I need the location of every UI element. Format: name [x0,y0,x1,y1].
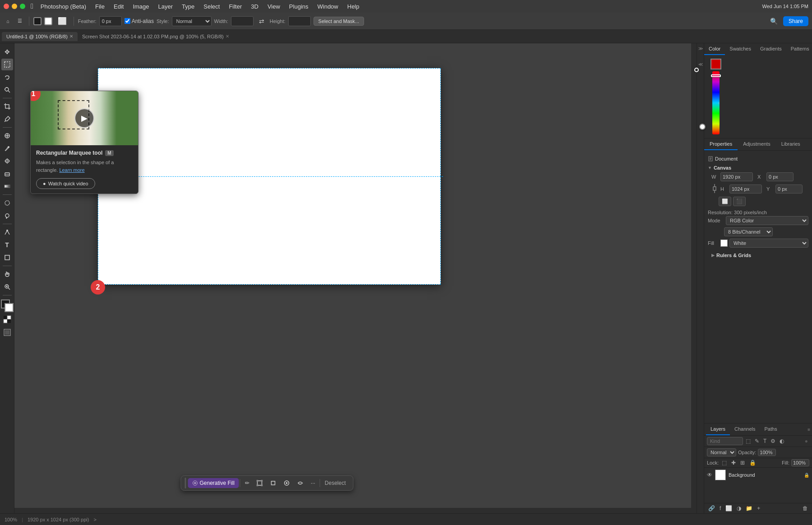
pen-tool[interactable] [1,226,13,238]
mask-mode-btn[interactable]: ⬜ [55,15,69,27]
dodge-tool[interactable] [1,210,13,221]
canvas-w-input[interactable] [720,172,753,181]
foreground-color-btn[interactable] [33,17,42,25]
tab-untitled[interactable]: Untitled-1 @ 100% (RGB/8) ✕ [2,32,78,41]
menu-select[interactable]: Select [200,2,223,11]
canvas-document[interactable] [98,68,441,285]
vertical-scrollbar[interactable] [691,43,697,508]
feather-input[interactable] [99,16,122,26]
background-swatch[interactable] [5,303,14,312]
minimize-button[interactable] [12,4,17,9]
height-input[interactable] [288,16,311,26]
tab-close-1[interactable]: ✕ [69,34,73,39]
layer-filter-btn-3[interactable]: T [762,438,768,445]
menu-plugins[interactable]: Plugins [286,2,312,11]
menu-edit[interactable]: Edit [110,2,127,11]
crop-tool[interactable] [1,101,13,112]
layer-vis-icon[interactable]: 👁 [707,472,712,478]
fill-color-swatch[interactable] [720,239,728,247]
collapse-btn-2[interactable]: ≪ [698,62,703,67]
fill-select[interactable]: White Black Background Color Transparent [729,239,808,248]
zoom-tool[interactable] [1,281,13,293]
float-more-btn[interactable]: ··· [307,478,319,488]
hue-handle[interactable] [699,124,706,130]
collapse-btn-1[interactable]: ≫ [698,46,703,51]
add-group-btn[interactable]: 📁 [744,505,754,512]
brush-tool[interactable] [1,143,13,154]
blur-tool[interactable] [1,197,13,209]
layers-kind-search[interactable] [707,437,743,445]
layer-filter-toggle[interactable]: ● [803,438,809,445]
select-mask-button[interactable]: Select and Mask... [314,17,364,26]
color-swatch-area[interactable] [1,299,14,312]
menu-filter[interactable]: Filter [225,2,245,11]
add-layer-btn[interactable]: + [756,505,761,512]
tab-close-2[interactable]: ✕ [226,34,229,39]
menu-help[interactable]: Help [344,2,363,11]
layers-menu-btn[interactable]: ≡ [807,424,810,435]
lock-all-btn[interactable]: 🔒 [748,459,757,466]
clone-tool[interactable] [1,155,13,167]
float-edit-btn[interactable]: ✏ [241,478,253,488]
menu-file[interactable]: File [92,2,108,11]
menu-window[interactable]: Window [314,2,342,11]
color-picker-dot[interactable] [694,68,699,72]
channels-tab[interactable]: Channels [730,424,760,435]
lasso-tool[interactable] [1,71,13,83]
gradient-tool[interactable] [1,180,13,192]
portrait-btn[interactable]: ⬜ [719,197,731,206]
eraser-tool[interactable] [1,168,13,180]
float-crop-btn[interactable] [267,478,280,488]
generative-fill-button[interactable]: Generative Fill [188,478,239,488]
float-filter-btn[interactable] [280,478,294,488]
layers-tab[interactable]: Layers [706,424,730,435]
drag-handle[interactable] [185,478,186,488]
mask-mode-icon[interactable] [3,315,12,325]
layer-filter-btn-1[interactable]: ⬚ [744,438,752,445]
move-tool[interactable]: ✥ [1,46,13,58]
properties-tab[interactable]: Properties [704,138,738,150]
float-transform-btn[interactable] [253,478,267,488]
menu-layer[interactable]: Layer [155,2,177,11]
tab-screenshot[interactable]: Screen Shot 2023-06-14 at 1.02.03 PM.png… [78,32,234,41]
marquee-tool[interactable] [1,59,13,70]
libraries-tab[interactable]: Libraries [776,138,806,150]
screen-mode-icon[interactable] [3,328,12,338]
canvas-header[interactable]: ▼ Canvas [708,163,808,172]
close-button[interactable] [4,4,9,9]
menu-3d[interactable]: 3D [247,2,262,11]
status-arrow-btn[interactable]: > [93,517,96,522]
menu-type[interactable]: Type [178,2,198,11]
layer-item-background[interactable]: 👁 Background 🔒 [704,468,812,482]
add-mask-btn[interactable]: ⬜ [724,505,734,512]
lock-px-btn[interactable]: ⬚ [720,459,728,466]
search-button[interactable]: 🔍 [767,16,780,26]
paths-tab[interactable]: Paths [760,424,782,435]
color-preview[interactable] [710,59,721,69]
anti-alias-checkbox[interactable] [125,18,130,24]
canvas-x-input[interactable] [766,172,794,181]
canvas-y-input[interactable] [775,184,803,193]
lock-pos-btn[interactable]: ✚ [730,459,737,466]
shape-tool[interactable] [1,252,13,263]
menu-image[interactable]: Image [129,2,152,11]
layer-filter-btn-4[interactable]: ⚙ [769,438,777,445]
rulers-header[interactable]: ▶ Rulers & Grids [711,251,805,260]
tooltip-learn-more[interactable]: Learn more [59,167,84,173]
apple-menu[interactable]:  [31,2,33,10]
tooltip-play-button[interactable]: ▶ [74,108,94,128]
canvas-area[interactable]: ▶ 1 Rectangular Marquee tool M Makes a s… [14,43,697,513]
width-input[interactable] [231,16,254,26]
blend-mode-select[interactable]: Normal Multiply Screen Overlay [707,448,736,456]
canvas-h-input[interactable] [729,184,762,193]
add-style-btn[interactable]: f [718,505,722,512]
home-button[interactable]: ⌂ [4,17,12,25]
swap-btn[interactable]: ⇄ [256,16,267,26]
style-select[interactable]: Normal Fixed Ratio Fixed Size [172,16,212,26]
wand-tool[interactable] [1,84,13,96]
color-tab[interactable]: Color [704,43,725,55]
tool-options-btn[interactable]: ☰ [15,17,25,25]
background-color-btn[interactable] [44,17,52,25]
horizontal-scrollbar[interactable] [14,508,697,513]
share-button[interactable]: Share [783,16,808,26]
